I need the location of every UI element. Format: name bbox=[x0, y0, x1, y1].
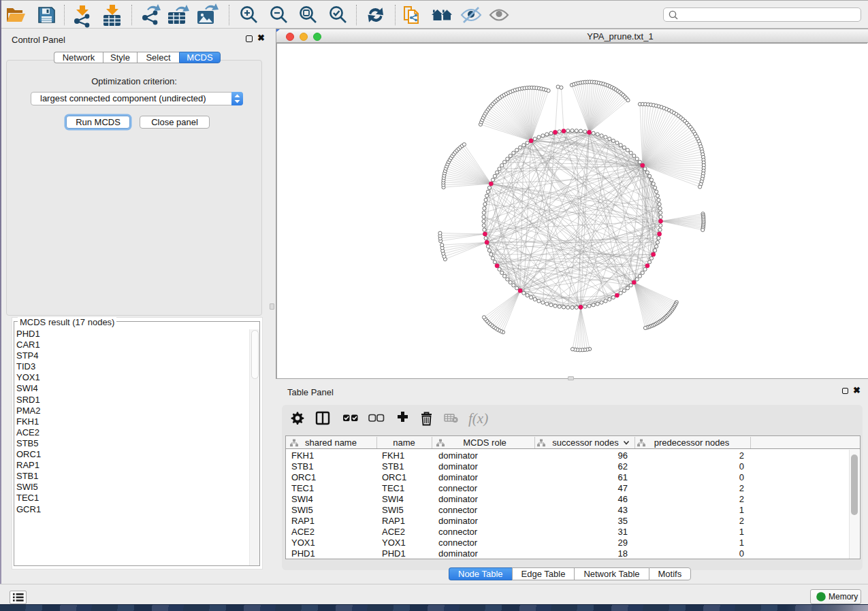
svg-text:f(x): f(x) bbox=[468, 410, 488, 427]
